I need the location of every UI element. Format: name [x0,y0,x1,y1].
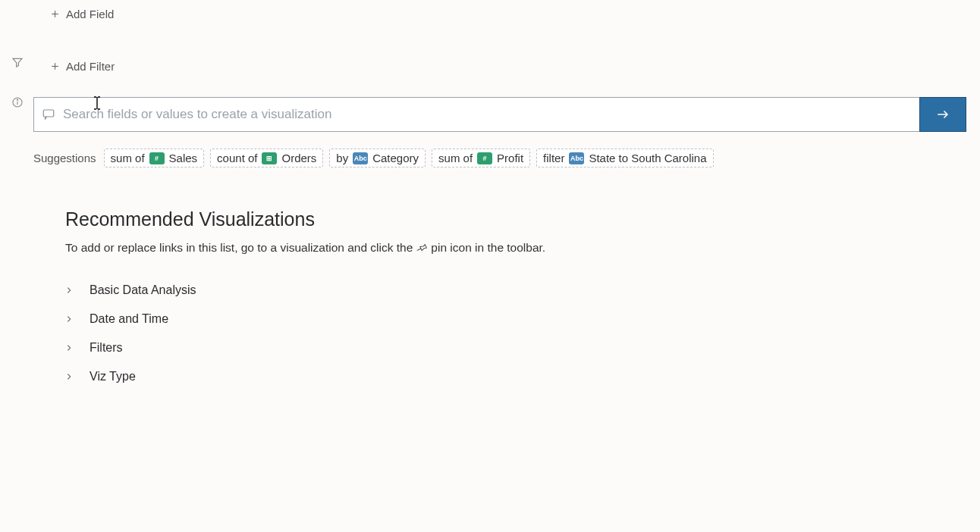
chevron-right-icon [65,286,76,294]
chevron-right-icon [65,373,76,380]
search-input[interactable] [63,107,912,122]
search-row [33,97,966,132]
plus-icon [50,9,60,19]
suggestion-pill[interactable]: count of ⊞ Orders [210,149,323,167]
table-icon: ⊞ [262,152,277,164]
submit-button[interactable] [919,97,966,132]
chevron-right-icon [65,315,76,323]
add-filter-button[interactable]: Add Filter [33,60,966,73]
recommended-item-label: Basic Data Analysis [90,283,196,297]
recommended-item: Viz Type [65,362,966,391]
recommended-item[interactable]: Basic Data Analysis [65,276,966,305]
main-content: Add Field Add Filter Suggestions [33,0,980,391]
pin-icon [416,242,428,254]
add-filter-label: Add Filter [66,60,115,73]
suggestion-pill[interactable]: by Abc Category [329,149,426,167]
measure-icon: # [149,152,165,164]
suggestion-pill[interactable]: sum of # Profit [432,149,530,167]
add-field-label: Add Field [66,8,114,20]
recommended-title: Recommended Visualizations [65,208,966,230]
plus-icon [50,61,60,71]
suggestions-label: Suggestions [33,152,96,164]
suggestion-pill[interactable]: filter Abc State to South Carolina [536,149,713,167]
chevron-right-icon [65,344,76,352]
recommended-desc: To add or replace links in this list, go… [65,241,966,255]
suggestions-row: Suggestions sum of # Sales count of ⊞ Or… [33,149,966,167]
dimension-icon: Abc [569,152,584,164]
info-icon[interactable] [11,95,24,109]
recommended-item[interactable]: Filters [65,333,966,362]
recommended-item-label: Viz Type [90,370,136,383]
recommended-list: Basic Data Analysis Date and Time Filter… [65,276,966,391]
recommended-item-label: Date and Time [90,312,168,326]
recommended-item-label: Filters [90,341,123,355]
search-box[interactable] [33,97,920,132]
svg-rect-7 [43,110,54,117]
recommended-item[interactable]: Date and Time [65,305,966,333]
measure-icon: # [477,152,492,164]
dimension-icon: Abc [353,152,368,164]
svg-point-2 [17,99,17,100]
add-field-button[interactable]: Add Field [33,8,966,20]
filter-icon [11,55,24,69]
left-rail [0,0,33,532]
suggestion-pill[interactable]: sum of # Sales [104,149,205,167]
chat-icon [42,108,55,121]
recommended-block: Recommended Visualizations To add or rep… [33,208,966,391]
